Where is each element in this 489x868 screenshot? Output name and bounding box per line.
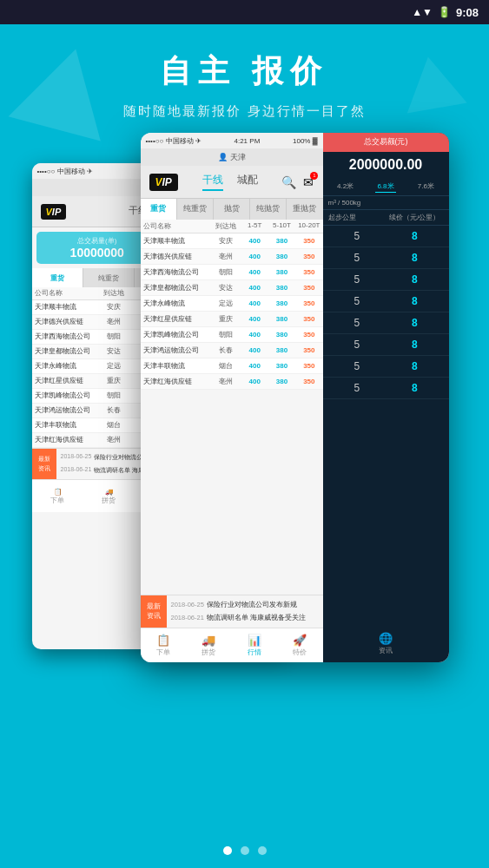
back-row-dest: 亳州 xyxy=(97,318,130,326)
front-table-row: 天津丰联物流 烟台 400 380 350 xyxy=(141,358,323,374)
front-row-p3: 350 xyxy=(295,331,322,339)
back-row-company: 天津顺丰物流 xyxy=(32,303,97,312)
front-row-dest: 亳州 xyxy=(210,252,241,261)
battery-icon: 🔋 xyxy=(438,6,451,18)
back-nav-order[interactable]: 📋下单 xyxy=(32,488,83,505)
front-row-p3: 350 xyxy=(295,237,322,245)
front-table-row: 天津皇都物流公司 安达 400 380 350 xyxy=(141,280,323,296)
front-tab-trunk[interactable]: 干线 xyxy=(202,173,223,191)
dark-row-km: 5 xyxy=(328,230,387,242)
indicator-2[interactable] xyxy=(241,846,249,855)
front-nav: VIP 干线 城配 🔍 ✉1 xyxy=(141,166,323,199)
front-table-row: 天津凯峰物流公司 朝阳 400 380 350 xyxy=(141,327,323,343)
front-row-p3: 350 xyxy=(295,315,322,323)
front-row-p1: 400 xyxy=(241,284,268,292)
back-nav-freight[interactable]: 🚚拼货 xyxy=(83,488,135,505)
front-row-p1: 400 xyxy=(241,362,268,370)
front-cat-pure-heavy[interactable]: 纯重货 xyxy=(177,199,214,220)
front-nav-market[interactable]: 📊行情 xyxy=(232,634,278,657)
front-row-p2: 380 xyxy=(268,237,295,245)
front-cat-light[interactable]: 抛货 xyxy=(214,199,250,220)
dark-size-68[interactable]: 6.8米 xyxy=(375,181,395,193)
front-table-row: 天津永峰物流 定远 400 380 350 xyxy=(141,296,323,312)
back-row-company: 天津皇都物流公司 xyxy=(32,347,97,356)
dark-panel-row: 5 8 xyxy=(323,356,449,378)
status-bar: ▲▼ 🔋 9:08 xyxy=(0,0,489,24)
indicator-3[interactable] xyxy=(258,846,267,855)
dark-total-value: 2000000.00 xyxy=(323,152,449,178)
back-stat-volume: 总交易量(单) 10000000 xyxy=(36,232,159,264)
front-table-row: 天津红海供应链 亳州 400 380 350 xyxy=(141,374,323,390)
phones-container: ••••○○ 中国移动 ✈ 4:21 PM 100% ▓ 👤 天津 VIP 干线… xyxy=(28,133,462,688)
front-search-icon[interactable]: 🔍 xyxy=(281,175,296,189)
dark-nav-news[interactable]: 🌐资讯 xyxy=(323,625,449,662)
front-row-dest: 安庆 xyxy=(210,236,241,246)
front-row-p3: 350 xyxy=(295,346,322,354)
front-row-dest: 重庆 xyxy=(210,314,241,324)
front-row-p2: 380 xyxy=(268,315,295,323)
back-row-company: 天津红星供应链 xyxy=(32,377,97,385)
front-battery: 100% ▓ xyxy=(293,137,318,145)
back-row-company: 天津鸿运物流公司 xyxy=(32,406,97,415)
back-row-dest: 朝阳 xyxy=(97,332,130,341)
dark-news-icon: 🌐 xyxy=(379,632,393,645)
dark-row-km: 5 xyxy=(328,360,387,372)
dark-row-km: 5 xyxy=(328,273,387,286)
dark-col-rate: 续价（元/公里） xyxy=(386,213,444,222)
front-row-p2: 380 xyxy=(268,331,295,339)
front-user-icon: 👤 xyxy=(218,153,228,161)
dark-panel-row: 5 8 xyxy=(323,378,449,399)
front-row-company: 天津红星供应链 xyxy=(141,314,210,324)
back-stat-volume-value: 10000000 xyxy=(41,246,155,260)
dark-row-rate: 8 xyxy=(386,230,444,242)
dark-unit-label: m³ / 500kg xyxy=(323,196,449,210)
dark-panel-row: 5 8 xyxy=(323,247,449,269)
front-news-item-1: 2018-06-25 保险行业对物流公司发布新规 xyxy=(171,601,319,609)
dark-size-76[interactable]: 7.6米 xyxy=(416,181,436,193)
indicator-1[interactable] xyxy=(223,846,232,855)
front-bottom-nav: 📋下单 🚚拼货 📊行情 🚀特价 xyxy=(141,628,323,662)
back-vip-logo: VIP xyxy=(41,204,67,220)
front-row-p1: 400 xyxy=(241,253,268,260)
front-row-p3: 350 xyxy=(295,362,322,370)
front-row-p3: 350 xyxy=(295,284,322,292)
system-time: 9:08 xyxy=(456,6,479,19)
front-category-tabs: 重货 纯重货 抛货 纯抛货 重抛货 xyxy=(141,199,323,220)
back-order-icon: 📋 xyxy=(54,488,62,496)
front-row-dest: 朝阳 xyxy=(210,267,241,277)
front-cat-pure-light[interactable]: 纯抛货 xyxy=(250,199,287,220)
front-mail-icon[interactable]: ✉1 xyxy=(303,175,314,189)
front-cat-heavy[interactable]: 重货 xyxy=(141,199,177,220)
front-row-p2: 380 xyxy=(268,362,295,370)
front-location-bar: 👤 天津 xyxy=(141,148,323,166)
dark-right-panel: 总交易额(元) 2000000.00 4.2米 6.8米 7.6米 m³ / 5… xyxy=(323,133,449,662)
front-row-company: 天津皇都物流公司 xyxy=(141,283,210,293)
front-cat-mixed[interactable]: 重抛货 xyxy=(287,199,322,220)
back-row-dest: 定远 xyxy=(97,362,130,371)
back-v-letter: V xyxy=(46,207,52,217)
dark-row-km: 5 xyxy=(328,382,387,394)
front-nav-special[interactable]: 🚀特价 xyxy=(277,634,323,657)
back-row-company: 天津德兴供应链 xyxy=(32,318,97,326)
front-news-section: 最新资讯 2018-06-25 保险行业对物流公司发布新规 2018-06-21… xyxy=(141,595,323,628)
back-cat-heavy[interactable]: 重货 xyxy=(32,268,83,287)
front-table-row: 天津红星供应链 重庆 400 380 350 xyxy=(141,312,323,327)
back-cat-pure-heavy[interactable]: 纯重货 xyxy=(83,268,135,287)
dark-size-tabs: 4.2米 6.8米 7.6米 xyxy=(323,178,449,196)
front-nav-order[interactable]: 📋下单 xyxy=(141,634,187,657)
dark-total-label: 总交易额(元) xyxy=(323,133,449,152)
dark-panel-row: 5 8 xyxy=(323,291,449,312)
front-row-dest: 安达 xyxy=(210,283,241,293)
dark-panel-row: 5 8 xyxy=(323,269,449,291)
front-tab-city[interactable]: 城配 xyxy=(237,173,258,191)
front-nav-freight[interactable]: 🚚拼货 xyxy=(186,634,232,657)
phone-front: ••••○○ 中国移动 ✈ 4:21 PM 100% ▓ 👤 天津 VIP 干线… xyxy=(141,133,449,662)
front-location: 天津 xyxy=(230,152,246,163)
dark-row-km: 5 xyxy=(328,339,387,351)
front-row-p1: 400 xyxy=(241,331,268,339)
front-row-p2: 380 xyxy=(268,299,295,307)
dark-size-42[interactable]: 4.2米 xyxy=(335,181,355,193)
front-row-company: 天津丰联物流 xyxy=(141,361,210,371)
dark-row-rate: 8 xyxy=(386,339,444,351)
front-row-p2: 380 xyxy=(268,284,295,292)
